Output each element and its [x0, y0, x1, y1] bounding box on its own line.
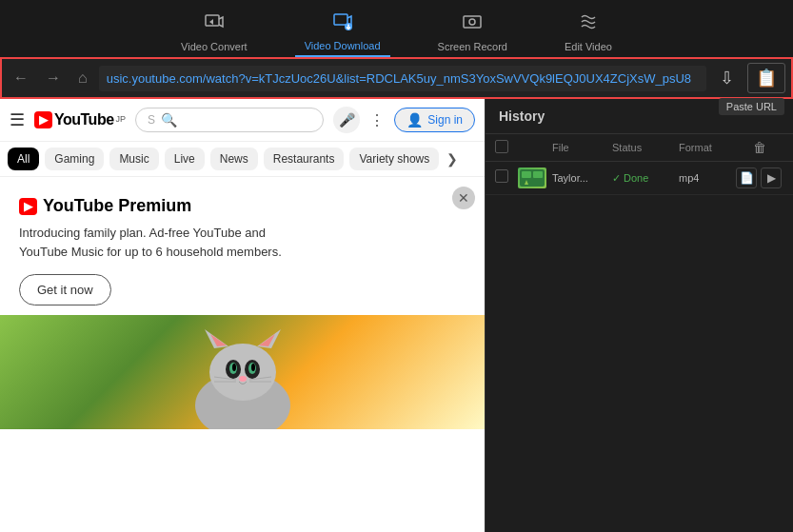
youtube-logo-icon: ▶ — [34, 111, 52, 128]
search-placeholder: S — [148, 113, 155, 127]
row-checkbox-col — [495, 169, 518, 187]
svg-point-17 — [251, 364, 255, 371]
video-download-icon — [332, 10, 353, 36]
edit-video-icon — [578, 11, 599, 37]
clipboard-button[interactable]: 📋 Paste URL — [747, 63, 785, 93]
youtube-logo-text: YouTube — [54, 111, 114, 128]
youtube-search-bar[interactable]: S 🔍 — [135, 108, 324, 132]
youtube-menu-icon[interactable]: ☰ — [10, 109, 25, 130]
svg-point-18 — [239, 376, 247, 382]
url-input[interactable] — [99, 66, 706, 91]
sign-in-button[interactable]: 👤 Sign in — [394, 108, 475, 132]
get-it-now-label: Get it now — [37, 283, 93, 297]
back-button[interactable]: ← — [8, 68, 34, 89]
youtube-premium-banner: ✕ ▶ YouTube Premium Introducing family p… — [0, 177, 485, 315]
home-button[interactable]: ⌂ — [72, 68, 93, 89]
more-options-icon[interactable]: ⋮ — [369, 111, 385, 129]
premium-close-button[interactable]: ✕ — [452, 187, 475, 209]
youtube-thumbnail-area — [0, 315, 485, 429]
youtube-categories: All Gaming Music Live News Restaurants V… — [0, 142, 485, 177]
paste-url-tooltip: Paste URL — [719, 98, 784, 115]
sign-in-label: Sign in — [427, 113, 463, 127]
toolbar-item-video-convert[interactable]: Video Convert — [171, 8, 257, 56]
user-icon: 👤 — [406, 112, 423, 128]
video-convert-icon — [204, 11, 225, 37]
category-gaming[interactable]: Gaming — [45, 148, 104, 170]
category-variety-shows[interactable]: Variety shows — [349, 148, 439, 170]
video-format: mp4 — [679, 172, 736, 184]
get-it-now-button[interactable]: Get it now — [19, 274, 111, 305]
premium-youtube-icon: ▶ — [19, 198, 37, 215]
svg-rect-1 — [334, 14, 347, 25]
toolbar-label-edit-video: Edit Video — [565, 41, 612, 52]
category-live[interactable]: Live — [165, 148, 205, 170]
history-table-header: File Status Format 🗑 — [486, 134, 793, 162]
video-title: Taylor... — [552, 172, 612, 184]
toolbar-item-edit-video[interactable]: Edit Video — [555, 8, 622, 56]
download-icon-button[interactable]: ⇩ — [712, 64, 742, 92]
header-file-col: File — [552, 142, 612, 153]
category-restaurants[interactable]: Restaurants — [264, 148, 345, 170]
microphone-button[interactable]: 🎤 — [333, 107, 360, 133]
svg-point-16 — [232, 364, 236, 371]
header-delete-col: 🗑 — [736, 140, 783, 155]
premium-description: Introducing family plan. Ad-free YouTube… — [19, 224, 466, 261]
row-checkbox[interactable] — [495, 169, 508, 183]
top-toolbar: Video Convert Video Download Screen Reco… — [0, 0, 793, 57]
svg-point-7 — [209, 344, 276, 401]
header-checkbox-col — [495, 140, 518, 155]
youtube-topbar: ☰ ▶ YouTube JP S 🔍 🎤 ⋮ 👤 Sign in — [0, 99, 485, 142]
svg-rect-25 — [533, 171, 543, 178]
toolbar-item-screen-record[interactable]: Screen Record — [428, 8, 517, 56]
delete-all-icon[interactable]: 🗑 — [753, 140, 766, 155]
svg-point-5 — [469, 19, 475, 25]
toolbar-label-video-download: Video Download — [305, 40, 381, 51]
header-status-col: Status — [612, 142, 679, 153]
main-area: ☰ ▶ YouTube JP S 🔍 🎤 ⋮ 👤 Sign in All Gam… — [0, 99, 793, 532]
youtube-content: ✕ ▶ YouTube Premium Introducing family p… — [0, 177, 485, 532]
svg-rect-24 — [522, 171, 531, 178]
youtube-logo[interactable]: ▶ YouTube JP — [34, 111, 126, 128]
screen-record-icon — [462, 11, 483, 37]
categories-more-icon[interactable]: ❯ — [446, 151, 458, 167]
history-panel: History File Status Format 🗑 — [486, 99, 793, 532]
play-button[interactable]: ▶ — [761, 167, 782, 188]
url-bar-row: ← → ⌂ ⇩ 📋 Paste URL — [0, 57, 793, 99]
view-file-button[interactable]: 📄 — [736, 167, 757, 188]
video-thumbnail — [518, 167, 546, 188]
search-icon[interactable]: 🔍 — [161, 112, 177, 128]
toolbar-label-video-convert: Video Convert — [181, 41, 248, 52]
category-music[interactable]: Music — [109, 148, 158, 170]
premium-logo-row: ▶ YouTube Premium — [19, 196, 466, 216]
browser-panel: ☰ ▶ YouTube JP S 🔍 🎤 ⋮ 👤 Sign in All Gam… — [0, 99, 486, 532]
toolbar-label-screen-record: Screen Record — [438, 41, 507, 52]
forward-button[interactable]: → — [40, 68, 67, 89]
category-all[interactable]: All — [8, 148, 39, 170]
row-actions: 📄 ▶ — [736, 167, 783, 188]
header-format-col: Format — [679, 142, 736, 153]
video-status: ✓ Done — [612, 172, 679, 185]
cat-illustration — [167, 320, 319, 429]
youtube-logo-suffix: JP — [116, 114, 127, 124]
select-all-checkbox[interactable] — [495, 140, 508, 153]
premium-title: YouTube Premium — [43, 196, 191, 216]
svg-rect-4 — [464, 16, 481, 28]
category-news[interactable]: News — [210, 148, 258, 170]
table-row: Taylor... ✓ Done mp4 📄 ▶ — [486, 162, 793, 195]
toolbar-item-video-download[interactable]: Video Download — [295, 7, 390, 57]
